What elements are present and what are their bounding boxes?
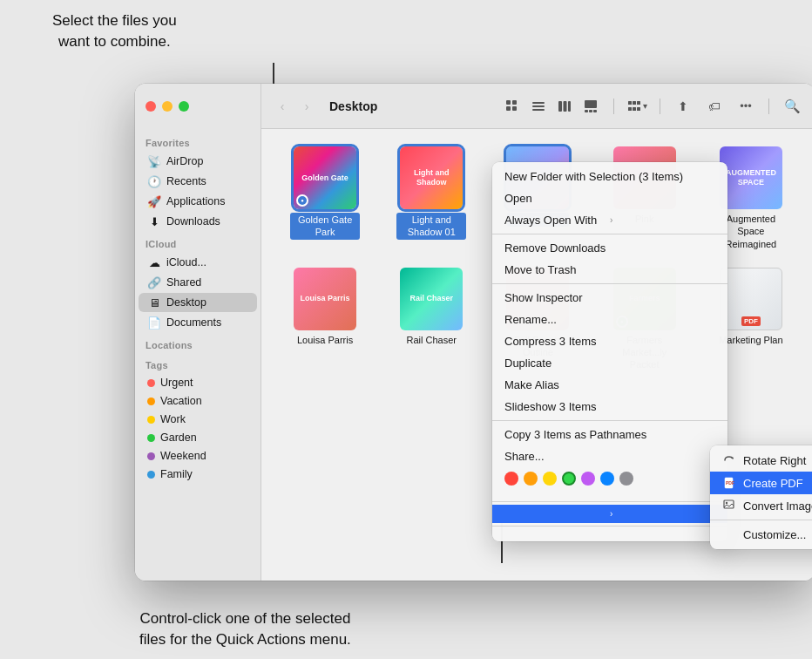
sidebar-item-label: Vacation <box>160 395 202 407</box>
sidebar-item-label: Family <box>160 468 193 480</box>
sidebar-item-work[interactable]: Work <box>139 411 257 428</box>
tags-button[interactable]: 🏷 <box>702 96 727 117</box>
minimize-button[interactable] <box>162 101 173 112</box>
icloud-icon: ☁ <box>147 255 161 269</box>
tag-dot-weekend <box>147 452 155 460</box>
airdrop-icon: 📡 <box>147 154 161 168</box>
sidebar-item-desktop[interactable]: 🖥 Desktop <box>139 293 257 312</box>
color-yellow[interactable] <box>543 472 557 486</box>
svg-rect-14 <box>628 101 632 105</box>
pdf-badge: PDF <box>741 316 761 326</box>
shared-icon: 🔗 <box>147 275 161 289</box>
file-item-light-shadow[interactable]: Light and Shadow Light and Shadow 01 <box>382 143 481 254</box>
icon-view-button[interactable] <box>500 96 524 117</box>
sidebar-item-documents[interactable]: 📄 Documents <box>139 313 257 332</box>
sidebar-item-weekend[interactable]: Weekend <box>139 447 257 465</box>
svg-rect-11 <box>585 110 588 112</box>
sidebar-item-urgent[interactable]: Urgent <box>139 374 257 391</box>
menu-item-slideshow[interactable]: Slideshow 3 Items <box>492 396 727 418</box>
svg-rect-17 <box>633 107 636 111</box>
sidebar-item-label: Desktop <box>166 296 206 309</box>
file-label: Light and Shadow 01 <box>396 213 466 240</box>
sidebar-item-icloud[interactable]: ☁ iCloud... <box>139 253 257 272</box>
color-orange[interactable] <box>524 472 538 486</box>
color-green[interactable] <box>562 472 576 486</box>
menu-item-share[interactable]: Share... <box>492 445 727 467</box>
svg-rect-18 <box>637 101 640 105</box>
svg-rect-8 <box>564 101 567 112</box>
menu-item-tags[interactable] <box>492 490 727 499</box>
menu-item-quick-actions[interactable]: › <box>492 505 727 523</box>
customize-spacer <box>722 527 736 541</box>
back-button[interactable]: ‹ <box>272 96 293 117</box>
list-view-button[interactable] <box>526 96 551 117</box>
file-item-louisa[interactable]: Louisa Parris Louisa Parris <box>275 264 375 375</box>
close-button[interactable] <box>145 101 156 112</box>
menu-item-show-inspector[interactable]: Show Inspector <box>492 287 727 309</box>
file-label: Rail Chaser <box>407 334 457 346</box>
color-blue[interactable] <box>600 472 614 486</box>
recents-icon: 🕐 <box>147 174 161 188</box>
color-purple[interactable] <box>581 472 595 486</box>
menu-item-copy-pathnames[interactable]: Copy 3 Items as Pathnames <box>492 424 727 445</box>
path-label: Desktop <box>329 99 377 113</box>
file-label: Louisa Parris <box>297 334 353 346</box>
maximize-button[interactable] <box>179 101 189 112</box>
svg-rect-2 <box>506 106 511 111</box>
submenu-customize[interactable]: Customize... <box>710 523 812 546</box>
menu-item-compress[interactable]: Compress 3 Items <box>492 330 727 352</box>
nav-buttons: ‹ › <box>272 96 317 117</box>
annotation-bottom: Control-click one of the selectedfiles f… <box>139 608 351 650</box>
sidebar-item-downloads[interactable]: ⬇ Downloads <box>139 212 257 231</box>
menu-colors <box>492 467 727 490</box>
search-button[interactable]: 🔍 <box>780 96 804 117</box>
sidebar-item-airdrop[interactable]: 📡 AirDrop <box>139 152 257 171</box>
menu-item-make-alias[interactable]: Make Alias <box>492 374 727 396</box>
convert-icon <box>722 499 736 513</box>
annotation-top: Select the files youwant to combine. <box>52 10 177 52</box>
column-view-button[interactable] <box>552 96 577 117</box>
menu-item-set-desktop[interactable] <box>492 529 727 538</box>
svg-rect-15 <box>628 107 632 111</box>
color-gray[interactable] <box>619 472 633 486</box>
sidebar-item-vacation[interactable]: Vacation <box>139 392 257 410</box>
tag-dot-vacation <box>147 397 155 405</box>
documents-icon: 📄 <box>147 316 161 330</box>
sidebar-item-label: iCloud... <box>166 256 206 268</box>
menu-item-new-folder[interactable]: New Folder with Selection (3 Items) <box>492 166 727 187</box>
menu-item-open[interactable]: Open <box>492 187 727 209</box>
menu-item-always-open-with[interactable]: Always Open With › <box>492 209 727 231</box>
sidebar-item-label: Recents <box>166 175 206 187</box>
file-item-golden-gate[interactable]: Golden Gate Golden Gate Park <box>275 143 375 254</box>
sidebar-item-applications[interactable]: 🚀 Applications <box>139 192 257 211</box>
desktop-icon: 🖥 <box>147 296 161 309</box>
sidebar-item-family[interactable]: Family <box>139 465 257 483</box>
sidebar-item-recents[interactable]: 🕐 Recents <box>139 172 257 191</box>
svg-rect-3 <box>512 106 517 111</box>
sidebar-item-label: Applications <box>166 195 225 207</box>
sidebar-item-garden[interactable]: Garden <box>139 429 257 446</box>
file-item-rail-chaser[interactable]: Rail Chaser Rail Chaser <box>382 264 481 375</box>
submenu-rotate-right[interactable]: Rotate Right <box>710 449 812 472</box>
file-thumb: Louisa Parris <box>294 268 356 330</box>
color-red[interactable] <box>504 472 518 486</box>
forward-button[interactable]: › <box>296 96 317 117</box>
more-button[interactable]: ••• <box>734 96 758 117</box>
submenu-separator <box>710 520 812 520</box>
menu-item-move-to-trash[interactable]: Move to Trash <box>492 259 727 281</box>
gallery-view-button[interactable] <box>579 96 603 117</box>
submenu-create-pdf[interactable]: PDF Create PDF <box>710 472 812 494</box>
submenu-convert-image[interactable]: Convert Image <box>710 494 812 517</box>
share-button[interactable]: ⬆ <box>671 96 695 117</box>
group-button[interactable]: ▾ <box>625 96 649 117</box>
tag-dot-garden <box>147 434 155 442</box>
menu-item-duplicate[interactable]: Duplicate <box>492 352 727 374</box>
svg-rect-13 <box>593 110 597 112</box>
sidebar-item-label: Downloads <box>166 215 220 228</box>
icloud-label: iCloud <box>135 232 261 252</box>
sidebar-item-shared[interactable]: 🔗 Shared <box>139 273 257 292</box>
svg-rect-19 <box>637 107 640 111</box>
applications-icon: 🚀 <box>147 194 161 208</box>
menu-item-rename[interactable]: Rename... <box>492 309 727 330</box>
menu-item-remove-downloads[interactable]: Remove Downloads <box>492 237 727 259</box>
